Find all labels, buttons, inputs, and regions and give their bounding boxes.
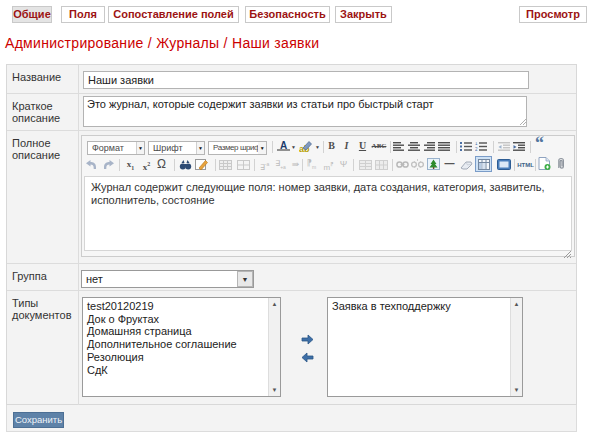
svg-text:1: 1 xyxy=(475,142,478,146)
svg-text:2: 2 xyxy=(475,147,478,151)
